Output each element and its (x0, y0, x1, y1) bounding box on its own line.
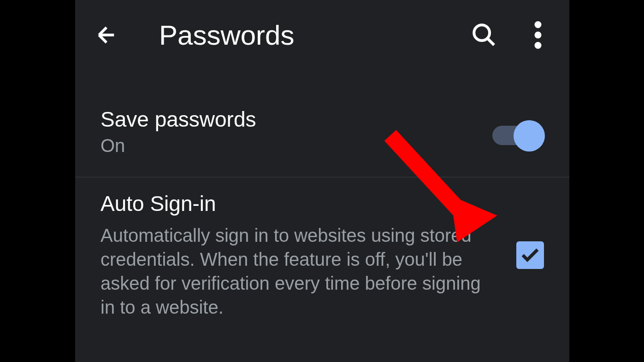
save-passwords-status: On (100, 135, 466, 156)
setting-text: Auto Sign-in Automatically sign in to we… (100, 191, 516, 319)
setting-auto-sign-in[interactable]: Auto Sign-in Automatically sign in to we… (75, 177, 569, 340)
more-button[interactable] (530, 17, 546, 53)
svg-point-3 (535, 32, 542, 39)
auto-sign-in-title: Auto Sign-in (100, 191, 489, 216)
passwords-screen: Passwords Save passwords On (75, 0, 569, 362)
auto-sign-in-checkbox[interactable] (516, 241, 544, 269)
setting-save-passwords[interactable]: Save passwords On (75, 93, 569, 177)
save-passwords-title: Save passwords (100, 107, 466, 132)
toggle-thumb (514, 120, 545, 152)
svg-point-0 (474, 25, 490, 41)
settings-list: Save passwords On Auto Sign-in Automatic… (75, 93, 569, 340)
checkmark-icon (519, 244, 541, 266)
page-title: Passwords (159, 19, 448, 51)
header: Passwords (75, 0, 569, 70)
save-passwords-toggle[interactable] (493, 120, 544, 143)
setting-text: Save passwords On (100, 107, 493, 156)
svg-line-1 (487, 38, 494, 45)
search-icon (471, 22, 497, 48)
back-button[interactable] (89, 18, 124, 53)
arrow-left-icon (94, 22, 119, 48)
svg-point-2 (535, 21, 542, 28)
more-vertical-icon (534, 21, 542, 49)
svg-point-4 (535, 42, 542, 49)
auto-sign-in-description: Automatically sign in to websites using … (100, 223, 489, 319)
search-button[interactable] (466, 17, 502, 53)
header-actions (466, 17, 546, 53)
